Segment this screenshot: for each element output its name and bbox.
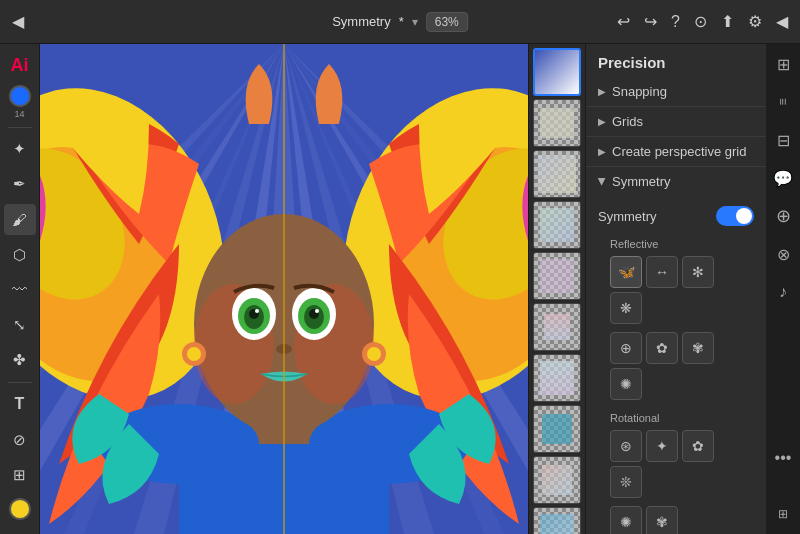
- snapping-section: ▶ Snapping: [586, 77, 766, 107]
- more-options-icon[interactable]: •••: [769, 444, 797, 472]
- back-button[interactable]: ◀: [12, 12, 24, 31]
- color-swatch-blue[interactable]: [9, 85, 31, 107]
- move-tool[interactable]: ✦: [4, 134, 36, 165]
- top-bar: ◀ Symmetry * ▾ 63% ↩ ↪ ? ⊙ ⬆ ⚙ ◀: [0, 0, 800, 44]
- rotational-icon-3[interactable]: ✿: [682, 430, 714, 462]
- toolbar-separator-1: [8, 127, 32, 128]
- transform-tool[interactable]: ⤡: [4, 310, 36, 341]
- grids-section: ▶ Grids: [586, 107, 766, 137]
- zoom-level[interactable]: 63%: [426, 12, 468, 32]
- panel-title: Precision: [586, 44, 766, 77]
- thumbnail-5[interactable]: [533, 252, 581, 300]
- symmetry-toggle-row: Symmetry: [598, 200, 754, 232]
- thumbnail-1[interactable]: [533, 48, 581, 96]
- zoom-fit-icon[interactable]: ⊞: [769, 500, 797, 528]
- reflective-icons-row-1: 🦋 ↔ ✻ ❋: [598, 254, 754, 330]
- color-swatch-yellow[interactable]: [9, 498, 31, 520]
- eyedropper-tool[interactable]: ⊘: [4, 424, 36, 455]
- symmetry-section-row[interactable]: ▶ Symmetry: [586, 167, 766, 196]
- doc-title: Symmetry: [332, 14, 391, 29]
- thumbnail-8[interactable]: [533, 405, 581, 453]
- redo-button[interactable]: ↪: [644, 12, 657, 31]
- rotational-icon-2[interactable]: ✦: [646, 430, 678, 462]
- far-right-panel: ⊞ ≡ ⊟ 💬 ⊕ ⊗ ♪ ••• ⊞: [766, 44, 800, 534]
- comment-icon[interactable]: 💬: [769, 164, 797, 192]
- perspective-row[interactable]: ▶ Create perspective grid: [586, 137, 766, 166]
- rotational-icons-row-2: ✺ ✾: [598, 504, 754, 534]
- reflective-icon-3[interactable]: ✻: [682, 256, 714, 288]
- snapping-chevron-icon: ▶: [598, 86, 606, 97]
- svg-point-36: [315, 309, 319, 313]
- thumbnail-6[interactable]: [533, 303, 581, 351]
- svg-point-35: [255, 309, 259, 313]
- symmetry-content: Symmetry Reflective 🦋 ↔ ✻ ❋ ⊕ ✿ ✾ ✺: [586, 196, 766, 534]
- main-area: Ai 14 ✦ ✒ 🖌 ⬡ 〰 ⤡ ✤ T ⊘ ⊞: [0, 44, 800, 534]
- curve-tool[interactable]: 〰: [4, 274, 36, 305]
- rotational-icon-6[interactable]: ✾: [646, 506, 678, 534]
- doc-modified: *: [399, 14, 404, 29]
- rotational-icon-5[interactable]: ✺: [610, 506, 642, 534]
- collapse-panel-button[interactable]: ◀: [776, 12, 788, 31]
- right-panel: Precision ▶ Snapping ▶ Grids ▶ Create pe…: [586, 44, 766, 534]
- help-button[interactable]: ?: [671, 13, 680, 31]
- reflective-icons-row-2: ⊕ ✿ ✾ ✺: [598, 330, 754, 406]
- thumbnail-9[interactable]: [533, 456, 581, 504]
- left-toolbar: Ai 14 ✦ ✒ 🖌 ⬡ 〰 ⤡ ✤ T ⊘ ⊞: [0, 44, 40, 534]
- undo-button[interactable]: ↩: [617, 12, 630, 31]
- reflective-icon-butterfly[interactable]: 🦋: [610, 256, 642, 288]
- share-button[interactable]: ⬆: [721, 12, 734, 31]
- grid-view-icon[interactable]: ⊟: [769, 126, 797, 154]
- rotational-label: Rotational: [598, 406, 754, 428]
- settings-button[interactable]: ⚙: [748, 12, 762, 31]
- grids-row[interactable]: ▶ Grids: [586, 107, 766, 136]
- snapping-row[interactable]: ▶ Snapping: [586, 77, 766, 106]
- brush-tool[interactable]: 🖌: [4, 204, 36, 235]
- music-icon[interactable]: ♪: [769, 278, 797, 306]
- puppet-tool[interactable]: ✤: [4, 345, 36, 376]
- perspective-section: ▶ Create perspective grid: [586, 137, 766, 167]
- symmetry-section: ▶ Symmetry Symmetry Reflective 🦋 ↔ ✻ ❋: [586, 167, 766, 534]
- reflective-icon-5[interactable]: ⊕: [610, 332, 642, 364]
- rotational-icons-row-1: ⊛ ✦ ✿ ❊: [598, 428, 754, 504]
- properties-icon[interactable]: ≡: [769, 88, 797, 116]
- reflective-icon-2[interactable]: ↔: [646, 256, 678, 288]
- canvas-area[interactable]: [40, 44, 528, 534]
- layer-number: 14: [14, 109, 24, 119]
- perspective-label: Create perspective grid: [612, 144, 754, 159]
- layers-tool[interactable]: ⊞: [4, 459, 36, 490]
- svg-point-40: [187, 347, 201, 361]
- reflective-icon-8[interactable]: ✺: [610, 368, 642, 400]
- artwork-canvas[interactable]: [40, 44, 528, 534]
- profile-button[interactable]: ⊙: [694, 12, 707, 31]
- snapping-label: Snapping: [612, 84, 754, 99]
- rotational-icon-4[interactable]: ❊: [610, 466, 642, 498]
- rotational-icon-1[interactable]: ⊛: [610, 430, 642, 462]
- layers-panel-icon[interactable]: ⊞: [769, 50, 797, 78]
- thumbnail-3[interactable]: [533, 150, 581, 198]
- reflective-icon-6[interactable]: ✿: [646, 332, 678, 364]
- thumbnail-strip: [528, 44, 586, 534]
- svg-point-41: [367, 347, 381, 361]
- brush-library-icon[interactable]: ⊗: [769, 240, 797, 268]
- thumbnail-7[interactable]: [533, 354, 581, 402]
- type-tool[interactable]: T: [4, 389, 36, 420]
- symmetry-section-label: Symmetry: [612, 174, 754, 189]
- doc-chevron-icon[interactable]: ▾: [412, 15, 418, 29]
- symmetry-chevron-icon: ▶: [597, 178, 608, 186]
- grids-chevron-icon: ▶: [598, 116, 606, 127]
- shape-tool[interactable]: ⬡: [4, 239, 36, 270]
- add-icon[interactable]: ⊕: [769, 202, 797, 230]
- thumbnail-2[interactable]: [533, 99, 581, 147]
- reflective-icon-7[interactable]: ✾: [682, 332, 714, 364]
- pen-tool[interactable]: ✒: [4, 169, 36, 200]
- thumbnail-10[interactable]: [533, 507, 581, 534]
- symmetry-toggle-label: Symmetry: [598, 209, 657, 224]
- grids-label: Grids: [612, 114, 754, 129]
- symmetry-toggle[interactable]: [716, 206, 754, 226]
- thumbnail-4[interactable]: [533, 201, 581, 249]
- reflective-label: Reflective: [598, 232, 754, 254]
- perspective-chevron-icon: ▶: [598, 146, 606, 157]
- adobe-logo: Ai: [4, 50, 36, 81]
- top-bar-center: Symmetry * ▾ 63%: [332, 12, 468, 32]
- reflective-icon-4[interactable]: ❋: [610, 292, 642, 324]
